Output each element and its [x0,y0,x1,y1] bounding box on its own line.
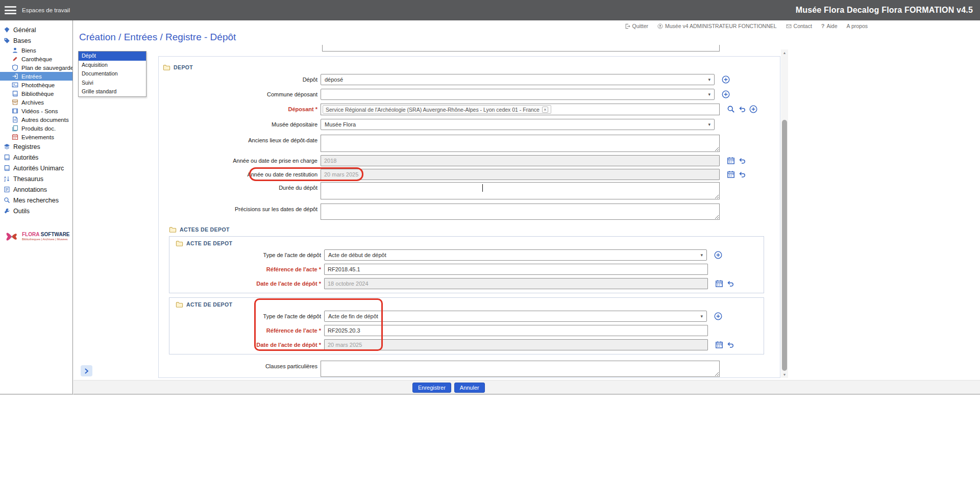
sidebar-item-biens[interactable]: Biens [0,46,72,55]
sidebar-item-autres-documents[interactable]: Autres documents [0,115,72,124]
document-icon [12,116,18,123]
deposant-field[interactable]: Service Régional de l'Archéologie (SRA) … [321,104,720,115]
sidebar-item-outils[interactable]: Outils [0,206,72,216]
help-link[interactable]: ? Aide [821,23,838,29]
hamburger-menu-icon[interactable] [5,6,16,14]
duree-textarea[interactable] [321,182,720,199]
save-button[interactable]: Enregistrer [412,383,451,393]
type-acte-select-1[interactable]: Acte de début de dépôt ▾ [324,249,707,261]
contact-link[interactable]: Contact [786,23,812,29]
chevron-down-icon[interactable]: ▾ [708,122,710,127]
commune-select[interactable]: ▾ [321,89,715,100]
cancel-button[interactable]: Annuler [454,383,485,393]
sidebar-item-videos-sons[interactable]: Vidéos - Sons [0,107,72,115]
quit-button[interactable]: Quitter [625,23,649,29]
type-acte-select-2[interactable]: Acte de fin de dépôt ▾ [324,311,707,322]
musee-select[interactable]: Musée Flora ▾ [321,119,715,130]
chevron-down-icon[interactable]: ▾ [708,77,710,82]
add-icon[interactable] [714,312,722,320]
undo-icon[interactable] [726,280,734,288]
scrollbar-thumb[interactable] [782,120,787,371]
add-icon[interactable] [722,90,730,98]
about-link[interactable]: A propos [847,23,868,29]
partial-field[interactable] [322,45,720,52]
sidebar-item-autorites[interactable]: Autorités [0,152,72,163]
restitution-input[interactable] [321,169,720,180]
reference-input-1[interactable] [324,264,708,275]
depot-select[interactable]: déposé ▾ [321,74,715,85]
section-header-acte: ACTE DE DEPOT [176,301,764,308]
clauses-textarea[interactable] [321,361,720,377]
sidebar-item-plan-de-sauvegarde[interactable]: Plan de sauvegarde [0,63,72,72]
add-icon[interactable] [714,251,722,259]
sidebar-item-entrees[interactable]: Entrées [0,72,72,81]
workspace-label[interactable]: Espaces de travail [22,7,70,13]
sidebar-item-evenements[interactable]: Evènements [0,133,72,141]
calendar-icon [12,134,18,140]
sidebar-item-produits-doc[interactable]: Produits doc. [0,124,72,133]
tab-grille-standard[interactable]: Grille standard [79,87,146,96]
field-row-duree: Durée du dépôt [159,182,780,199]
reference-input-2[interactable] [324,325,708,336]
undo-icon[interactable] [738,105,746,113]
page-title: Création / Entrées / Registre - Dépôt [79,32,236,43]
sidebar-item-phototheque[interactable]: Photothèque [0,81,72,89]
film-icon [12,108,18,114]
date-acte-input-2[interactable] [324,339,708,350]
scroll-up-icon[interactable]: ▲ [781,49,788,56]
undo-icon[interactable] [726,341,734,349]
vertical-scrollbar[interactable]: ▲ ▼ [781,49,788,378]
chevron-down-icon[interactable]: ▾ [700,314,703,319]
sidebar-item-carotheque[interactable]: Carothèque [0,55,72,63]
sidebar-item-archives[interactable]: Archives [0,98,72,107]
remove-chip-icon[interactable]: × [542,107,548,113]
az-sort-icon [4,175,10,182]
sidebar-item-thesaurus[interactable]: Thesaurus [0,173,72,184]
sidebar-item-label: Archives [21,99,44,106]
field-row-precisions: Précisions sur les dates de dépôt [159,204,780,220]
calendar-icon[interactable] [727,157,735,165]
field-label: Type de l'acte de dépôt [169,249,324,258]
sidebar-item-bases[interactable]: Bases [0,35,72,46]
undo-icon[interactable] [738,170,746,179]
prise-en-charge-input[interactable] [321,155,720,166]
expand-panel-button[interactable] [81,365,92,376]
sidebar-item-mes-recherches[interactable]: Mes recherches [0,195,72,206]
chevron-down-icon[interactable]: ▾ [708,92,710,97]
tab-suivi[interactable]: Suivi [79,79,146,88]
pencil-icon [12,56,18,62]
tab-acquisition[interactable]: Acquisition [79,61,146,70]
chevron-down-icon[interactable]: ▾ [700,252,703,258]
sidebar-item-label: Bibliothèque [21,91,54,97]
tab-documentation[interactable]: Documentation [79,69,146,79]
field-label-required: Déposant * [159,104,321,112]
sidebar-item-annotations[interactable]: Annotations [0,184,72,195]
add-icon[interactable] [749,105,757,113]
current-user[interactable]: Musée v4 ADMINISTRATEUR FONCTIONNEL [657,23,777,29]
date-acte-input-1[interactable] [324,278,708,289]
anciens-lieux-textarea[interactable] [321,135,720,152]
sidebar-item-label: Autorités [13,154,38,161]
calendar-icon[interactable] [727,170,735,179]
sidebar-item-bibliotheque[interactable]: Bibliothèque [0,89,72,98]
flora-software-logo: FLORA SOFTWARE Bibliothèques | Archives … [4,229,72,244]
tab-depot[interactable]: Dépôt [79,52,146,61]
add-icon[interactable] [722,75,730,84]
undo-icon[interactable] [738,157,746,165]
field-row-type-acte-1: Type de l'acte de dépôt Acte de début de… [169,249,764,261]
calendar-icon[interactable] [715,341,723,349]
calendar-icon[interactable] [715,280,723,288]
sidebar-item-registres[interactable]: Registres [0,141,72,152]
folder-icon [163,64,170,71]
sidebar-item-general[interactable]: Général [0,24,72,35]
precisions-textarea[interactable] [321,204,720,220]
scroll-down-icon[interactable]: ▼ [781,371,788,378]
search-icon[interactable] [727,105,735,113]
field-label: Année ou date de restitution [159,169,321,177]
book-icon [4,165,10,171]
sidebar-item-autorites-unimarc[interactable]: Autorités Unimarc [0,163,72,173]
select-value: déposé [325,77,343,83]
select-value: Musée Flora [325,121,356,128]
photo-icon [12,82,18,88]
sidebar-item-label: Thesaurus [13,175,43,183]
